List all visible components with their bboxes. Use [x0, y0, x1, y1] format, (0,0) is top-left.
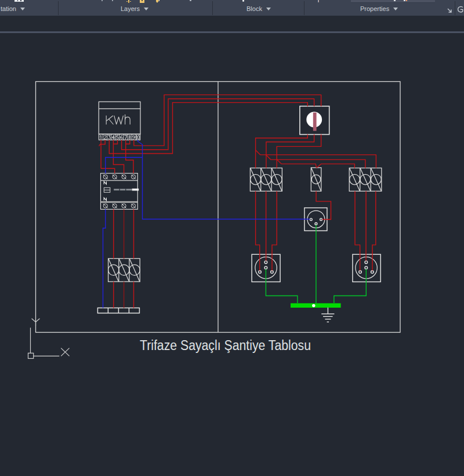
svg-text:Trifaze Sayaçlı Şantiye Tablos: Trifaze Sayaçlı Şantiye Tablosu — [140, 338, 311, 353]
